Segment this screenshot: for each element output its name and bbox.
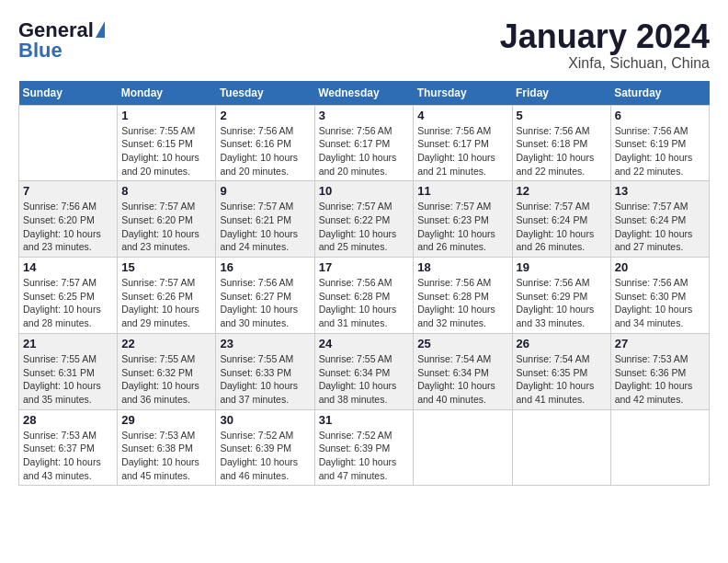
day-info: Sunrise: 7:55 AM Sunset: 6:32 PM Dayligh… [121, 352, 211, 407]
day-info: Sunrise: 7:55 AM Sunset: 6:34 PM Dayligh… [319, 352, 410, 407]
day-number: 16 [220, 260, 310, 274]
table-row: 1Sunrise: 7:55 AM Sunset: 6:15 PM Daylig… [118, 105, 216, 181]
day-info: Sunrise: 7:57 AM Sunset: 6:24 PM Dayligh… [517, 200, 607, 254]
day-number: 31 [319, 413, 410, 427]
day-info: Sunrise: 7:56 AM Sunset: 6:27 PM Dayligh… [220, 276, 310, 330]
table-row: 16Sunrise: 7:56 AM Sunset: 6:27 PM Dayli… [216, 258, 314, 334]
day-info: Sunrise: 7:56 AM Sunset: 6:28 PM Dayligh… [417, 276, 507, 330]
table-row: 6Sunrise: 7:56 AM Sunset: 6:19 PM Daylig… [610, 105, 709, 181]
day-info: Sunrise: 7:54 AM Sunset: 6:34 PM Dayligh… [417, 352, 507, 407]
day-info: Sunrise: 7:55 AM Sunset: 6:15 PM Dayligh… [121, 124, 211, 178]
month-title: January 2024 [500, 18, 710, 55]
table-row: 29Sunrise: 7:53 AM Sunset: 6:38 PM Dayli… [118, 409, 216, 486]
table-row: 30Sunrise: 7:52 AM Sunset: 6:39 PM Dayli… [216, 409, 314, 486]
table-row: 3Sunrise: 7:56 AM Sunset: 6:17 PM Daylig… [314, 105, 414, 181]
day-number: 5 [517, 109, 607, 122]
day-number: 2 [220, 109, 310, 122]
day-number: 18 [417, 260, 507, 274]
table-row: 12Sunrise: 7:57 AM Sunset: 6:24 PM Dayli… [512, 181, 610, 258]
table-row: 19Sunrise: 7:56 AM Sunset: 6:29 PM Dayli… [512, 258, 610, 334]
day-number: 11 [417, 184, 507, 198]
calendar-week-row: 7Sunrise: 7:56 AM Sunset: 6:20 PM Daylig… [19, 181, 710, 258]
day-number: 23 [220, 337, 310, 350]
logo-blue-text: Blue [18, 39, 63, 63]
calendar-week-row: 1Sunrise: 7:55 AM Sunset: 6:15 PM Daylig… [19, 105, 710, 181]
day-info: Sunrise: 7:53 AM Sunset: 6:38 PM Dayligh… [121, 429, 211, 483]
day-info: Sunrise: 7:57 AM Sunset: 6:26 PM Dayligh… [121, 276, 211, 330]
header-wednesday: Wednesday [314, 81, 414, 106]
table-row: 28Sunrise: 7:53 AM Sunset: 6:37 PM Dayli… [19, 409, 118, 486]
header-sunday: Sunday [19, 81, 118, 106]
table-row: 4Sunrise: 7:56 AM Sunset: 6:17 PM Daylig… [414, 105, 512, 181]
day-number: 6 [615, 109, 705, 122]
table-row: 22Sunrise: 7:55 AM Sunset: 6:32 PM Dayli… [118, 333, 216, 409]
table-row: 24Sunrise: 7:55 AM Sunset: 6:34 PM Dayli… [314, 333, 414, 409]
header-friday: Friday [512, 81, 610, 106]
day-info: Sunrise: 7:53 AM Sunset: 6:37 PM Dayligh… [23, 429, 113, 483]
day-info: Sunrise: 7:54 AM Sunset: 6:35 PM Dayligh… [517, 352, 607, 407]
day-number: 20 [615, 260, 705, 274]
table-row [610, 409, 709, 486]
day-info: Sunrise: 7:55 AM Sunset: 6:31 PM Dayligh… [23, 352, 113, 407]
logo-triangle-icon [96, 21, 105, 38]
table-row: 14Sunrise: 7:57 AM Sunset: 6:25 PM Dayli… [19, 258, 118, 334]
header-saturday: Saturday [610, 81, 709, 106]
table-row: 8Sunrise: 7:57 AM Sunset: 6:20 PM Daylig… [118, 181, 216, 258]
table-row: 20Sunrise: 7:56 AM Sunset: 6:30 PM Dayli… [610, 258, 709, 334]
day-number: 10 [319, 184, 410, 198]
day-number: 19 [517, 260, 607, 274]
table-row: 17Sunrise: 7:56 AM Sunset: 6:28 PM Dayli… [314, 258, 414, 334]
day-number: 21 [23, 337, 113, 350]
logo: General Blue [18, 18, 105, 63]
calendar-week-row: 14Sunrise: 7:57 AM Sunset: 6:25 PM Dayli… [19, 258, 710, 334]
table-row: 2Sunrise: 7:56 AM Sunset: 6:16 PM Daylig… [216, 105, 314, 181]
day-number: 1 [121, 109, 211, 122]
table-row: 10Sunrise: 7:57 AM Sunset: 6:22 PM Dayli… [314, 181, 414, 258]
title-area: January 2024 Xinfa, Sichuan, China [500, 18, 710, 72]
table-row: 13Sunrise: 7:57 AM Sunset: 6:24 PM Dayli… [610, 181, 709, 258]
table-row: 27Sunrise: 7:53 AM Sunset: 6:36 PM Dayli… [610, 333, 709, 409]
day-number: 29 [121, 413, 211, 427]
day-number: 17 [319, 260, 410, 274]
day-info: Sunrise: 7:52 AM Sunset: 6:39 PM Dayligh… [220, 429, 310, 483]
table-row: 15Sunrise: 7:57 AM Sunset: 6:26 PM Dayli… [118, 258, 216, 334]
table-row: 11Sunrise: 7:57 AM Sunset: 6:23 PM Dayli… [414, 181, 512, 258]
table-row: 25Sunrise: 7:54 AM Sunset: 6:34 PM Dayli… [414, 333, 512, 409]
table-row [512, 409, 610, 486]
day-info: Sunrise: 7:56 AM Sunset: 6:20 PM Dayligh… [23, 200, 113, 254]
day-number: 26 [517, 337, 607, 350]
header-tuesday: Tuesday [216, 81, 314, 106]
day-number: 4 [417, 109, 507, 122]
day-info: Sunrise: 7:56 AM Sunset: 6:30 PM Dayligh… [615, 276, 705, 330]
table-row [19, 105, 118, 181]
day-info: Sunrise: 7:57 AM Sunset: 6:25 PM Dayligh… [23, 276, 113, 330]
day-info: Sunrise: 7:57 AM Sunset: 6:23 PM Dayligh… [417, 200, 507, 254]
day-number: 8 [121, 184, 211, 198]
day-number: 3 [319, 109, 410, 122]
day-info: Sunrise: 7:57 AM Sunset: 6:21 PM Dayligh… [220, 200, 310, 254]
day-info: Sunrise: 7:57 AM Sunset: 6:20 PM Dayligh… [121, 200, 211, 254]
day-info: Sunrise: 7:56 AM Sunset: 6:28 PM Dayligh… [319, 276, 410, 330]
day-number: 13 [615, 184, 705, 198]
page-header: General Blue January 2024 Xinfa, Sichuan… [18, 18, 710, 72]
calendar-table: Sunday Monday Tuesday Wednesday Thursday… [18, 81, 710, 487]
day-number: 24 [319, 337, 410, 350]
day-number: 30 [220, 413, 310, 427]
day-info: Sunrise: 7:56 AM Sunset: 6:17 PM Dayligh… [319, 124, 410, 178]
header-monday: Monday [118, 81, 216, 106]
calendar-week-row: 28Sunrise: 7:53 AM Sunset: 6:37 PM Dayli… [19, 409, 710, 486]
day-info: Sunrise: 7:56 AM Sunset: 6:16 PM Dayligh… [220, 124, 310, 178]
day-number: 28 [23, 413, 113, 427]
table-row [414, 409, 512, 486]
day-info: Sunrise: 7:57 AM Sunset: 6:24 PM Dayligh… [615, 200, 705, 254]
location-subtitle: Xinfa, Sichuan, China [500, 55, 710, 72]
day-info: Sunrise: 7:56 AM Sunset: 6:18 PM Dayligh… [517, 124, 607, 178]
day-info: Sunrise: 7:56 AM Sunset: 6:19 PM Dayligh… [615, 124, 705, 178]
table-row: 18Sunrise: 7:56 AM Sunset: 6:28 PM Dayli… [414, 258, 512, 334]
day-info: Sunrise: 7:57 AM Sunset: 6:22 PM Dayligh… [319, 200, 410, 254]
table-row: 9Sunrise: 7:57 AM Sunset: 6:21 PM Daylig… [216, 181, 314, 258]
day-info: Sunrise: 7:56 AM Sunset: 6:17 PM Dayligh… [417, 124, 507, 178]
header-thursday: Thursday [414, 81, 512, 106]
day-number: 9 [220, 184, 310, 198]
calendar-week-row: 21Sunrise: 7:55 AM Sunset: 6:31 PM Dayli… [19, 333, 710, 409]
